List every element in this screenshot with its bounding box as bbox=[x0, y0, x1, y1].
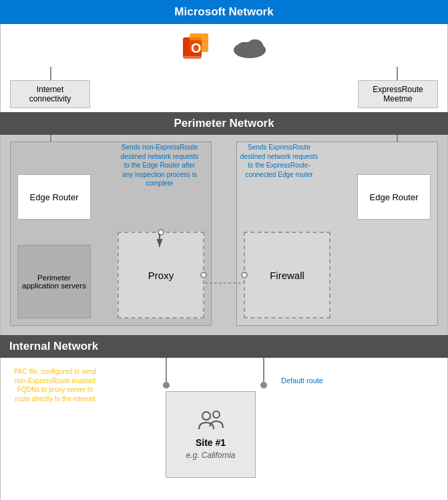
firewall-dot-left bbox=[241, 272, 248, 278]
svg-point-13 bbox=[202, 412, 210, 420]
edge-router-right-box: Edge Router bbox=[357, 174, 431, 220]
edge-router-left-box: Edge Router bbox=[17, 174, 91, 220]
firewall-box: Firewall bbox=[244, 232, 330, 318]
perimeter-network-header: Perimeter Network bbox=[0, 112, 448, 135]
dot-firewall-internal bbox=[260, 382, 267, 389]
annotation-sends-non-express: Sends non-ExpressRoute destined network … bbox=[120, 143, 200, 188]
svg-point-14 bbox=[213, 411, 220, 418]
connectivity-row: Internet connectivity ExpressRoute Meetm… bbox=[0, 67, 448, 112]
internal-network-header: Internal Network bbox=[0, 335, 448, 358]
default-route-annotation: Default route bbox=[281, 377, 323, 385]
perimeter-app-servers-box: Perimeter application servers bbox=[17, 245, 91, 318]
svg-point-9 bbox=[247, 39, 263, 53]
site1-subtitle: e.g. California bbox=[186, 451, 235, 460]
proxy-box: Proxy bbox=[118, 232, 204, 318]
site1-title: Site #1 bbox=[196, 437, 226, 448]
pac-file-annotation: PAC file, configured to send non-Express… bbox=[10, 367, 100, 403]
annotation-sends-express: Sends ExpressRoute destined network requ… bbox=[240, 143, 318, 179]
diagram-container: Microsoft Network O bbox=[0, 0, 448, 500]
proxy-dot-right bbox=[200, 272, 207, 278]
site1-icon bbox=[196, 409, 226, 435]
office365-icon: O bbox=[180, 31, 211, 61]
dot-proxy-internal bbox=[163, 382, 170, 389]
vline-proxy-internal bbox=[166, 358, 167, 385]
internal-content: PAC file, configured to send non-Express… bbox=[0, 358, 448, 500]
site1-box: Site #1 e.g. California bbox=[166, 391, 256, 478]
ms-icons-row: O bbox=[0, 24, 448, 67]
internet-connectivity-label: Internet connectivity bbox=[10, 80, 90, 108]
expressroute-meetme-label: ExpressRoute Meetme bbox=[358, 80, 438, 108]
vline-firewall-internal bbox=[263, 358, 264, 385]
svg-text:O: O bbox=[191, 41, 202, 55]
cloud-icon bbox=[231, 31, 268, 61]
perimeter-content: Edge Router Perimeter application server… bbox=[0, 135, 448, 335]
ms-network-header: Microsoft Network bbox=[0, 0, 448, 24]
proxy-dot-top bbox=[158, 229, 164, 236]
